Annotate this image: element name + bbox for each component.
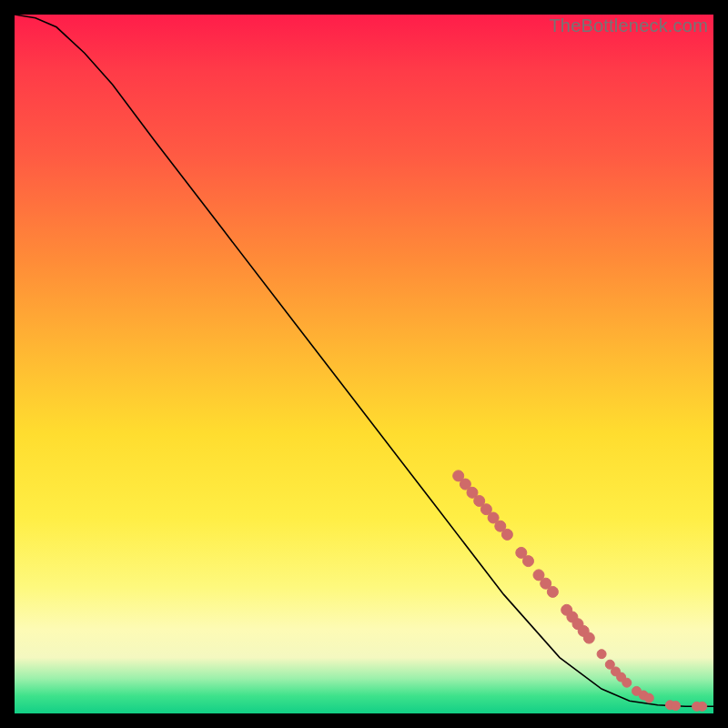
chart-marker [672,702,681,711]
chart-marker [622,678,632,687]
chart-plot-area: TheBottleneck.com [15,15,713,713]
chart-marker [523,556,534,567]
chart-marker [547,586,558,597]
chart-container: TheBottleneck.com [0,0,728,728]
chart-marker [698,702,707,711]
chart-marker [597,650,606,659]
chart-marker [501,529,512,540]
chart-curve [15,15,713,706]
chart-svg-layer [15,15,713,713]
chart-marker [583,632,594,643]
chart-markers-group [453,470,707,711]
chart-marker [644,693,653,703]
